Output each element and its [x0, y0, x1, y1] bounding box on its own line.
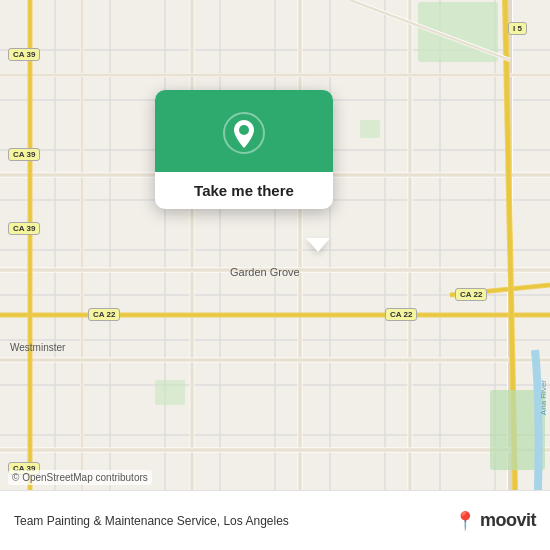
- i5-badge: I 5: [508, 22, 527, 35]
- garden-grove-label: Garden Grove: [230, 266, 300, 278]
- popup-card: Take me there: [155, 90, 333, 209]
- ca22-badge-2: CA 22: [385, 308, 417, 321]
- moovit-brand-text: moovit: [480, 510, 536, 531]
- take-me-there-button[interactable]: Take me there: [182, 172, 306, 209]
- osm-copyright: © OpenStreetMap contributors: [8, 470, 152, 485]
- location-text: Team Painting & Maintenance Service, Los…: [14, 514, 289, 528]
- location-info: Team Painting & Maintenance Service, Los…: [14, 514, 444, 528]
- popup-tail: [306, 238, 330, 252]
- moovit-logo: 📍 moovit: [454, 510, 536, 532]
- moovit-pin-icon: 📍: [454, 510, 476, 532]
- popup-header: [155, 90, 333, 172]
- svg-rect-50: [360, 120, 380, 138]
- westminster-label: Westminster: [10, 342, 65, 353]
- map-container: Garden Grove Westminster CA 39 CA 39 CA …: [0, 0, 550, 490]
- ca22-badge-1: CA 22: [88, 308, 120, 321]
- svg-point-54: [239, 125, 249, 135]
- river-label: Ana River: [539, 380, 548, 415]
- bottom-bar: Team Painting & Maintenance Service, Los…: [0, 490, 550, 550]
- location-pin-icon: [223, 112, 265, 154]
- ca39-badge-1: CA 39: [8, 48, 40, 61]
- ca22-badge-3: CA 22: [455, 288, 487, 301]
- svg-rect-49: [155, 380, 185, 405]
- ca39-badge-2: CA 39: [8, 148, 40, 161]
- ca39-badge-3: CA 39: [8, 222, 40, 235]
